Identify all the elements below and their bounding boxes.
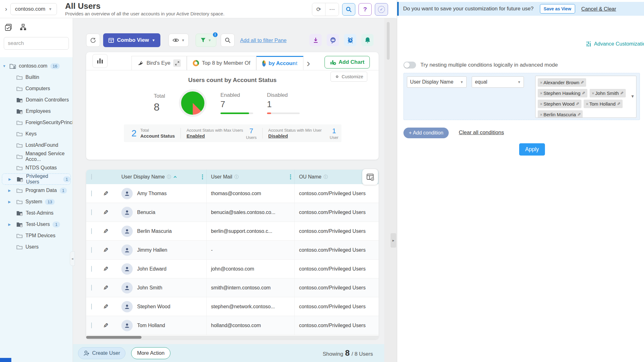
saved-reports-icon[interactable] bbox=[4, 23, 13, 32]
table-row[interactable]: ✎Berlin Mascuriaberlin@support.contoso.c… bbox=[86, 222, 379, 241]
expand-arrow-icon[interactable]: ▶ bbox=[8, 222, 12, 227]
tree-item-domain-controllers[interactable]: Domain Controllers bbox=[0, 94, 73, 106]
reset-view-button[interactable] bbox=[86, 34, 100, 47]
help-button[interactable]: ? bbox=[358, 3, 372, 16]
tree-item-test-users[interactable]: ▶Test-Users1 bbox=[0, 219, 73, 230]
remove-tag-icon[interactable]: × bbox=[540, 101, 542, 107]
row-checkbox[interactable] bbox=[91, 322, 92, 328]
remove-tag-icon[interactable]: × bbox=[540, 91, 542, 96]
right-panel-collapse-handle[interactable]: ▸ bbox=[391, 233, 396, 248]
view-options-button[interactable]: ▼ bbox=[169, 34, 189, 47]
tree-item-test-admins[interactable]: Test-Admins bbox=[0, 207, 73, 219]
tree-item-program-data[interactable]: ▶Program Data1 bbox=[0, 185, 73, 196]
expand-arrow-icon[interactable]: ▶ bbox=[8, 177, 12, 181]
edit-user-icon[interactable]: ✎ bbox=[103, 246, 108, 254]
save-as-view-button[interactable]: Save as View bbox=[540, 4, 575, 14]
combo-view-button[interactable]: Combo View ▼ bbox=[103, 33, 160, 47]
tree-item-ntds-quotas[interactable]: NTDS Quotas bbox=[0, 162, 73, 173]
tab-top-8-by-member-of[interactable]: Top 8 by Member Of bbox=[187, 56, 256, 70]
account-status-pie-chart[interactable] bbox=[179, 89, 207, 117]
advanced-mode-toggle[interactable] bbox=[403, 62, 416, 69]
audit-check-button[interactable]: ✓ bbox=[375, 3, 388, 16]
table-row[interactable]: ✎Tom Hollandholland@contoso.comcontoso.c… bbox=[86, 316, 379, 335]
edit-user-icon[interactable]: ✎ bbox=[103, 303, 108, 310]
tree-item-contoso-com[interactable]: ▼contoso.com16 bbox=[0, 60, 73, 72]
message-button[interactable] bbox=[327, 34, 339, 46]
tree-item-managed-service-acco[interactable]: Managed Service Acco... bbox=[0, 151, 73, 162]
table-row[interactable]: ✎Benuciabenucia@sales.contoso.co...conto… bbox=[86, 203, 379, 222]
table-row[interactable]: ✎Jimmy Hallen-contoso.com/Privileged Use… bbox=[86, 241, 379, 260]
column-header-mail[interactable]: User Mail ⓘ bbox=[206, 170, 294, 184]
clear-all-conditions-link[interactable]: Clear all conditions bbox=[459, 129, 504, 136]
sidebar-search[interactable] bbox=[4, 37, 69, 50]
remove-tag-icon[interactable]: × bbox=[540, 112, 542, 117]
add-condition-button[interactable]: + Add condition bbox=[403, 128, 449, 138]
tree-item-privileged-users[interactable]: ▶Privileged Users1 bbox=[2, 173, 71, 185]
select-all-checkbox[interactable] bbox=[91, 174, 92, 180]
expand-icon[interactable] bbox=[173, 59, 181, 67]
tree-item-tpm-devices[interactable]: TPM Devices bbox=[0, 230, 73, 241]
sidebar-search-input[interactable] bbox=[8, 40, 77, 47]
add-chart-button[interactable]: Add Chart bbox=[325, 56, 370, 69]
edit-tag-icon[interactable]: ✎ bbox=[582, 91, 585, 96]
condition-values-field[interactable]: ×Alexander Brown✎×Stephen Hawking✎×John … bbox=[535, 76, 636, 118]
expand-arrow-icon[interactable]: ▶ bbox=[8, 189, 12, 193]
refresh-button[interactable]: ⟳ bbox=[312, 3, 325, 16]
condition-operator-select[interactable]: equal ▼ bbox=[472, 76, 524, 88]
tab-by-account[interactable]: by Account bbox=[256, 56, 303, 70]
collapse-arrow-icon[interactable]: ▼ bbox=[3, 64, 6, 68]
expand-arrow-icon[interactable]: ▶ bbox=[8, 200, 12, 204]
row-checkbox[interactable] bbox=[91, 190, 92, 196]
edit-user-icon[interactable]: ✎ bbox=[103, 209, 108, 216]
row-checkbox[interactable] bbox=[91, 228, 92, 234]
horizontal-scrollbar[interactable] bbox=[86, 336, 379, 339]
row-checkbox[interactable] bbox=[91, 209, 92, 215]
tree-item-keys[interactable]: Keys bbox=[0, 128, 73, 140]
row-checkbox[interactable] bbox=[91, 266, 92, 272]
column-menu-icon[interactable] bbox=[290, 174, 291, 180]
info-icon[interactable]: ⓘ bbox=[324, 174, 328, 180]
row-checkbox[interactable] bbox=[91, 285, 92, 291]
edit-user-icon[interactable]: ✎ bbox=[103, 322, 108, 329]
more-action-button[interactable]: More Action bbox=[131, 347, 170, 359]
tabs-overflow-chevron[interactable]: › bbox=[307, 58, 310, 68]
edit-user-icon[interactable]: ✎ bbox=[103, 228, 108, 235]
sidebar-collapse-handle[interactable]: ◂ bbox=[70, 251, 75, 266]
column-settings-button[interactable] bbox=[362, 169, 378, 185]
cancel-clear-link[interactable]: Cancel & Clear bbox=[581, 6, 616, 12]
org-tree-icon[interactable] bbox=[18, 23, 28, 32]
edit-tag-icon[interactable]: ✎ bbox=[577, 112, 581, 117]
remove-tag-icon[interactable]: × bbox=[540, 80, 542, 85]
filter-button[interactable]: ▼ ! bbox=[196, 34, 216, 47]
column-header-name[interactable]: User Display Name ⓘ bbox=[117, 174, 206, 180]
notifications-button[interactable] bbox=[361, 34, 374, 46]
domain-selector[interactable]: contoso.com ▼ bbox=[10, 3, 57, 15]
apply-button[interactable]: Apply bbox=[519, 143, 545, 156]
edit-tag-icon[interactable]: ✎ bbox=[580, 80, 584, 85]
sort-asc-icon[interactable] bbox=[173, 176, 177, 178]
table-row[interactable]: ✎John Edwardjohn@contoso.comcontoso.com/… bbox=[86, 260, 379, 278]
tree-item-users[interactable]: Users bbox=[0, 241, 73, 253]
remove-tag-icon[interactable]: × bbox=[592, 91, 594, 96]
values-dropdown-icon[interactable]: ▼ bbox=[630, 94, 635, 99]
condition-field-select[interactable]: User Display Name ▼ bbox=[407, 76, 467, 88]
export-download-button[interactable] bbox=[309, 34, 322, 46]
table-row[interactable]: ✎Amy Thomasthomas@contoso.comcontoso.com… bbox=[86, 184, 379, 203]
edit-user-icon[interactable]: ✎ bbox=[103, 190, 108, 197]
chart-type-button[interactable] bbox=[92, 54, 108, 68]
edit-user-icon[interactable]: ✎ bbox=[103, 284, 108, 292]
info-icon[interactable]: ⓘ bbox=[167, 174, 171, 180]
more-options-button[interactable]: ⋯ bbox=[325, 3, 339, 16]
advance-customization-link[interactable]: Advance Customization bbox=[586, 41, 644, 47]
table-row[interactable]: ✎Stephen Woodstephen@network.contoso...c… bbox=[86, 297, 379, 316]
info-icon[interactable]: ⓘ bbox=[235, 174, 239, 180]
tree-item-computers[interactable]: Computers bbox=[0, 83, 73, 94]
tree-item-foreignsecurityprincip[interactable]: ForeignSecurityPrincip... bbox=[0, 117, 73, 128]
disabled-link[interactable]: Disabled bbox=[268, 133, 322, 139]
breadcrumb-expand-icon[interactable]: › bbox=[5, 5, 7, 13]
edit-tag-icon[interactable]: ✎ bbox=[576, 101, 579, 106]
table-row[interactable]: ✎John Smithsmith@intern.contoso.comconto… bbox=[86, 278, 379, 297]
tree-item-employees[interactable]: Employees bbox=[0, 106, 73, 117]
scrollbar-thumb[interactable] bbox=[86, 336, 142, 339]
remove-tag-icon[interactable]: × bbox=[586, 101, 588, 107]
